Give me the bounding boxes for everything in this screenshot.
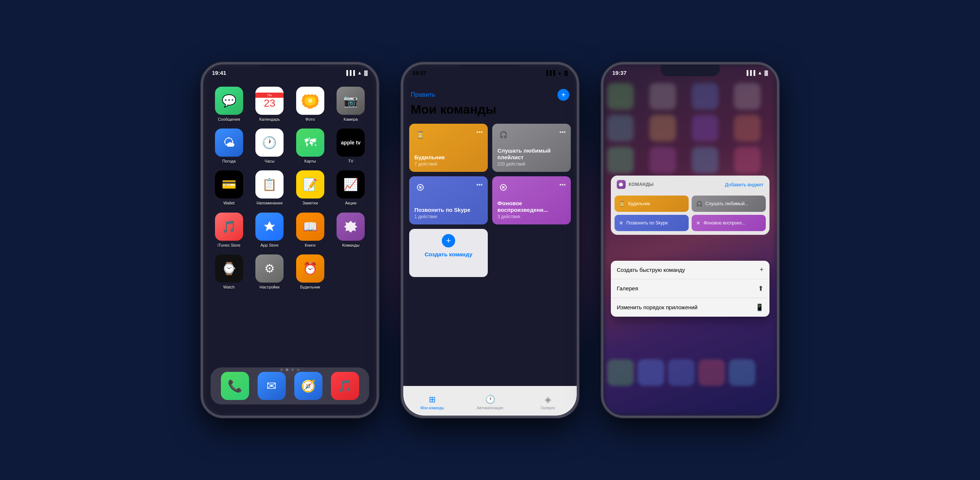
app-label-stocks: Акции xyxy=(345,201,356,206)
automation-tab-label: Автоматизация xyxy=(477,406,503,410)
dock-safari[interactable]: 🧭 xyxy=(294,372,323,400)
widget-background[interactable]: ✳ Фоновое воспроиз... xyxy=(692,215,766,231)
dock-music[interactable]: 🎵 xyxy=(331,372,359,400)
app-itunes[interactable]: 🎵 iTunes Store xyxy=(210,212,248,248)
background-shortcut-icon xyxy=(497,182,509,193)
create-plus-button[interactable]: + xyxy=(442,234,455,247)
context-create-icon: + xyxy=(759,266,764,274)
app-appstore[interactable]: App Store xyxy=(251,212,288,248)
shortcut-skype[interactable]: ••• Позвонить по Skype 1 действие xyxy=(409,176,488,225)
itunes-icon: 🎵 xyxy=(215,212,243,241)
background-more-button[interactable]: ••• xyxy=(559,182,566,188)
stocks-icon: 📈 xyxy=(337,170,365,198)
app-label-maps: Карты xyxy=(304,159,316,164)
app-settings[interactable]: ⚙ Настройки xyxy=(251,255,288,290)
app-label-photos: Фото xyxy=(305,117,315,122)
tab-gallery[interactable]: ◈ Галерея xyxy=(519,392,577,410)
notes-icon: 📝 xyxy=(296,170,324,198)
shortcuts-header: Править + Мои команды xyxy=(403,83,577,120)
app-alarm[interactable]: ⏰ Будильник xyxy=(292,255,329,290)
shortcuts-title: Мои команды xyxy=(411,102,569,117)
card-bottom-playlist: Слушать любимый плейлист 220 действий xyxy=(497,147,566,167)
context-create-quick[interactable]: Создать быструю команду + xyxy=(611,261,770,279)
alarm-name: Будильник xyxy=(414,154,483,161)
widget-alarm[interactable]: ⏳ Будильник xyxy=(614,196,689,212)
widget-skype-label: Позвонить по Skype xyxy=(627,220,668,225)
app-stocks[interactable]: 📈 Акции xyxy=(332,170,369,206)
background-count: 3 действия xyxy=(497,214,566,219)
widget-skype[interactable]: ✳ Позвонить по Skype xyxy=(614,215,689,231)
reminders-icon: 📋 xyxy=(255,170,283,198)
app-camera[interactable]: 📷 Камера xyxy=(332,87,369,122)
create-shortcut[interactable]: + Создать команду xyxy=(409,229,488,277)
app-label-itunes: iTunes Store xyxy=(218,243,240,248)
playlist-shortcut-icon: 🎧 xyxy=(497,129,509,141)
widget-playlist[interactable]: 🎧 Слушать любимый... xyxy=(692,196,766,212)
alarm-shortcut-icon: ⏳ xyxy=(414,129,426,141)
app-shortcuts[interactable]: Команды xyxy=(332,212,369,248)
app-label-settings: Настройки xyxy=(259,285,280,290)
app-clock[interactable]: 🕐 Часы xyxy=(251,128,288,164)
status-time-1: 19:41 xyxy=(212,70,226,76)
widget-skype-icon: ✳ xyxy=(619,220,624,226)
maps-icon: 🗺 xyxy=(296,128,324,157)
context-gallery-label: Галерея xyxy=(617,285,758,292)
alarm-more-button[interactable]: ••• xyxy=(476,129,483,136)
gallery-tab-label: Галерея xyxy=(541,406,555,410)
clock-icon: 🕐 xyxy=(255,128,283,157)
status-time-2: 19:37 xyxy=(412,70,426,76)
tab-my-shortcuts[interactable]: ⊞ Мои команды xyxy=(403,392,461,410)
dock-mail[interactable]: ✉ xyxy=(258,372,286,400)
books-icon: 📖 xyxy=(296,212,324,241)
status-time-3: 19:37 xyxy=(612,70,627,76)
app-photos[interactable]: Фото xyxy=(292,87,329,122)
signal-icon-3: ▐▐▐ xyxy=(745,70,756,76)
dock-phone[interactable]: 📞 xyxy=(221,372,249,400)
context-reorder[interactable]: Изменить порядок приложений 📱 xyxy=(611,298,770,317)
status-icons-3: ▐▐▐ ▲ ▓ xyxy=(745,70,768,76)
skype-more-button[interactable]: ••• xyxy=(476,182,483,188)
shortcut-background[interactable]: ••• Фоновое воспроизведени... 3 действия xyxy=(492,176,571,225)
battery-icon-2: ▓ xyxy=(565,70,568,76)
status-icons-1: ▐▐▐ ▲ ▓ xyxy=(345,70,368,76)
context-gallery-icon: ⬆ xyxy=(758,284,764,293)
add-shortcut-button[interactable]: + xyxy=(557,89,569,101)
card-top-skype: ••• xyxy=(414,182,483,193)
app-maps[interactable]: 🗺 Карты xyxy=(292,128,329,164)
context-gallery[interactable]: Галерея ⬆ xyxy=(611,279,770,298)
app-tv[interactable]: apple tv TV xyxy=(332,128,369,164)
widget-app-name: КОМАНДЫ xyxy=(628,182,654,187)
app-books[interactable]: 📖 Книги xyxy=(292,212,329,248)
playlist-more-button[interactable]: ••• xyxy=(559,129,566,136)
context-reorder-label: Изменить порядок приложений xyxy=(617,304,756,311)
notch-3 xyxy=(660,65,720,76)
bottom-blurred-apps xyxy=(607,359,773,386)
phone-3: 19:37 ▐▐▐ ▲ ▓ xyxy=(601,62,779,418)
app-notes[interactable]: 📝 Заметки xyxy=(292,170,329,206)
app-watch[interactable]: ⌚ Watch xyxy=(210,255,248,290)
edit-row: Править + xyxy=(411,89,569,101)
shortcut-playlist[interactable]: 🎧 ••• Слушать любимый плейлист 220 дейст… xyxy=(492,124,571,172)
shortcut-alarm[interactable]: ⏳ ••• Будильник 7 действий xyxy=(409,124,488,172)
shortcuts-icon xyxy=(337,212,365,241)
camera-icon: 📷 xyxy=(337,87,365,115)
card-bottom-alarm: Будильник 7 действий xyxy=(414,154,483,167)
card-top-background: ••• xyxy=(497,182,566,193)
edit-button[interactable]: Править xyxy=(411,91,435,98)
widget-playlist-label: Слушать любимый... xyxy=(705,201,748,206)
app-calendar[interactable]: Пн 23 Календарь xyxy=(251,87,288,122)
app-reminders[interactable]: 📋 Напоминания xyxy=(251,170,288,206)
svg-point-0 xyxy=(308,98,312,103)
tab-automation[interactable]: 🕐 Автоматизация xyxy=(461,392,519,410)
phone-icon: 📞 xyxy=(221,372,249,400)
app-messages[interactable]: 💬 Сообщения xyxy=(210,87,248,122)
phone-1: 19:41 ▐▐▐ ▲ ▓ 💬 Сообщения Пн 23 xyxy=(201,62,379,418)
skype-shortcut-icon xyxy=(414,182,426,193)
app-wallet[interactable]: 💳 Wallet xyxy=(210,170,248,206)
tv-icon: apple tv xyxy=(337,128,365,157)
widget-header: КОМАНДЫ Добавить виджет xyxy=(611,176,770,192)
app-weather[interactable]: 🌤 Погода xyxy=(210,128,248,164)
app-label-books: Книги xyxy=(305,243,315,248)
automation-tab-icon: 🕐 xyxy=(485,395,495,404)
widget-add-button[interactable]: Добавить виджет xyxy=(725,182,764,187)
